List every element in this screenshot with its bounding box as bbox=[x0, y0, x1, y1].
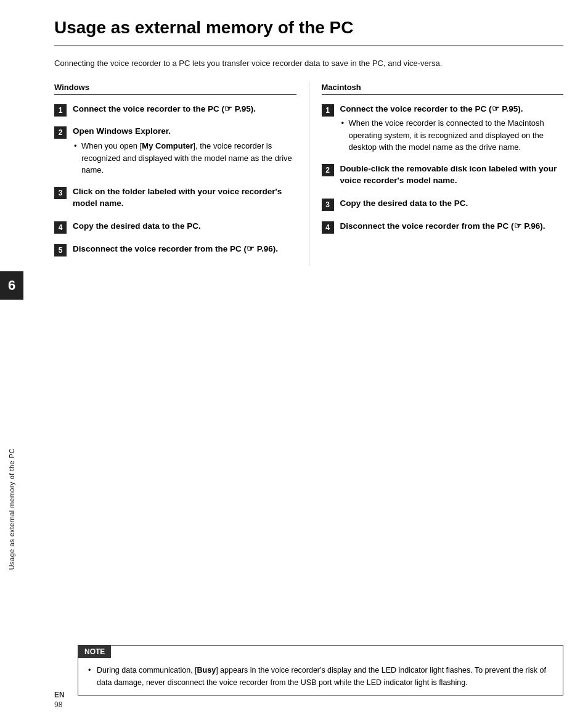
mac-step-2-title: Double-click the removable disk icon lab… bbox=[340, 163, 564, 187]
windows-step-2-bullets: When you open [My Computer], the voice r… bbox=[73, 140, 296, 176]
note-body: During data communication, [Busy] appear… bbox=[78, 658, 563, 695]
mac-step-1-bullets: When the voice recorder is connected to … bbox=[340, 117, 564, 154]
windows-step-2-bullet-1: When you open [My Computer], the voice r… bbox=[73, 140, 296, 176]
mac-step-3-number: 3 bbox=[322, 199, 334, 211]
mac-step-2-number: 2 bbox=[322, 164, 334, 176]
windows-step-3-number: 3 bbox=[54, 187, 67, 199]
mac-step-1-title: Connect the voice recorder to the PC (☞ … bbox=[340, 104, 564, 115]
mac-step-4: 4 Disconnect the voice recorder from the… bbox=[322, 221, 564, 235]
footer-page-number: 98 bbox=[54, 700, 62, 709]
page-wrapper: 6 Usage as external memory of the PC Usa… bbox=[0, 0, 588, 714]
mac-step-1-number: 1 bbox=[322, 104, 334, 117]
windows-step-1-number: 1 bbox=[54, 104, 67, 117]
side-tab: 6 Usage as external memory of the PC bbox=[0, 0, 23, 714]
page-title: Usage as external memory of the PC bbox=[54, 18, 563, 46]
windows-step-2-number: 2 bbox=[54, 126, 67, 139]
two-column-layout: Windows 1 Connect the voice recorder to … bbox=[54, 83, 563, 266]
note-header: NOTE bbox=[78, 646, 111, 658]
windows-step-5-content: Disconnect the voice recorder from the P… bbox=[73, 244, 296, 258]
windows-step-3-content: Click on the folder labeled with your vo… bbox=[73, 186, 296, 212]
windows-step-1: 1 Connect the voice recorder to the PC (… bbox=[54, 104, 296, 118]
windows-step-5-number: 5 bbox=[54, 244, 67, 256]
mac-step-1: 1 Connect the voice recorder to the PC (… bbox=[322, 104, 564, 155]
windows-step-3: 3 Click on the folder labeled with your … bbox=[54, 186, 296, 212]
windows-step-4-number: 4 bbox=[54, 221, 67, 234]
macintosh-header: Macintosh bbox=[322, 83, 564, 95]
windows-step-4: 4 Copy the desired data to the PC. bbox=[54, 221, 296, 235]
chapter-number: 6 bbox=[0, 271, 23, 300]
note-section: NOTE During data communication, [Busy] a… bbox=[78, 645, 563, 696]
intro-paragraph: Connecting the voice recorder to a PC le… bbox=[54, 57, 563, 70]
mac-step-3: 3 Copy the desired data to the PC. bbox=[322, 198, 564, 212]
page-footer: EN 98 bbox=[54, 691, 65, 709]
windows-column: Windows 1 Connect the voice recorder to … bbox=[54, 83, 309, 266]
note-list: During data communication, [Busy] appear… bbox=[87, 664, 554, 689]
side-text-container: Usage as external memory of the PC bbox=[0, 305, 23, 714]
windows-step-4-content: Copy the desired data to the PC. bbox=[73, 221, 296, 235]
windows-step-5: 5 Disconnect the voice recorder from the… bbox=[54, 244, 296, 258]
mac-step-4-title: Disconnect the voice recorder from the P… bbox=[340, 221, 564, 232]
macintosh-column: Macintosh 1 Connect the voice recorder t… bbox=[309, 83, 564, 266]
windows-step-5-title: Disconnect the voice recorder from the P… bbox=[73, 244, 296, 255]
side-text-label: Usage as external memory of the PC bbox=[8, 448, 15, 570]
windows-step-1-content: Connect the voice recorder to the PC (☞ … bbox=[73, 104, 296, 118]
footer-language: EN bbox=[54, 691, 65, 699]
mac-step-4-content: Disconnect the voice recorder from the P… bbox=[340, 221, 564, 235]
mac-step-3-content: Copy the desired data to the PC. bbox=[340, 198, 564, 212]
mac-step-1-content: Connect the voice recorder to the PC (☞ … bbox=[340, 104, 564, 155]
windows-step-2-title: Open Windows Explorer. bbox=[73, 126, 296, 137]
windows-header: Windows bbox=[54, 83, 296, 95]
mac-step-2-content: Double-click the removable disk icon lab… bbox=[340, 163, 564, 189]
mac-step-4-number: 4 bbox=[322, 221, 334, 234]
main-content: Usage as external memory of the PC Conne… bbox=[23, 0, 588, 714]
windows-step-4-title: Copy the desired data to the PC. bbox=[73, 221, 296, 232]
mac-step-3-title: Copy the desired data to the PC. bbox=[340, 198, 564, 210]
note-item-1: During data communication, [Busy] appear… bbox=[87, 664, 554, 689]
mac-step-1-bullet-1: When the voice recorder is connected to … bbox=[340, 117, 564, 154]
windows-step-1-title: Connect the voice recorder to the PC (☞ … bbox=[73, 104, 296, 115]
windows-step-2: 2 Open Windows Explorer. When you open [… bbox=[54, 126, 296, 177]
mac-step-2: 2 Double-click the removable disk icon l… bbox=[322, 163, 564, 189]
windows-step-2-content: Open Windows Explorer. When you open [My… bbox=[73, 126, 296, 177]
windows-step-3-title: Click on the folder labeled with your vo… bbox=[73, 186, 296, 210]
